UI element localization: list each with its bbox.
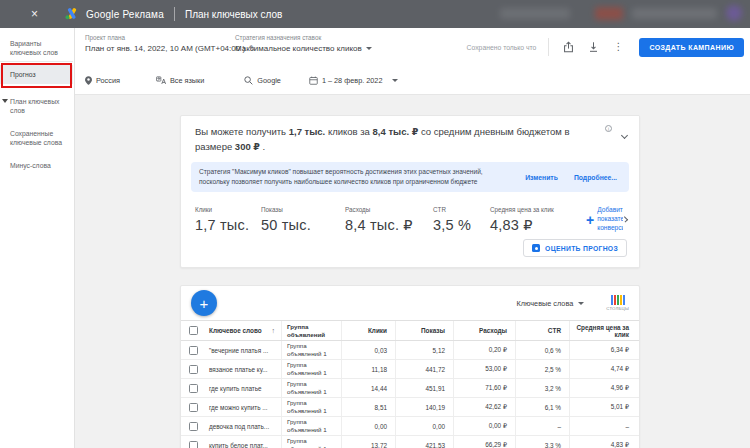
sort-ascending-icon[interactable]: ↑ [272, 327, 276, 334]
cell-cost: 66,29 ₽ [453, 436, 515, 448]
columns-button[interactable]: СТОЛБЦЫ [606, 295, 629, 311]
add-conversion-metrics-button[interactable]: + Добавить показатели конверсий [586, 206, 627, 233]
cell-keyword: девочка под плать... [207, 417, 281, 435]
blurred-avatar [726, 5, 742, 21]
cell-ctr: 0,6 % [515, 341, 569, 359]
headline-part: Вы можете получить [195, 126, 289, 137]
metric-value: 1,7 тыс. [195, 217, 261, 233]
brand-name: Google Реклама [86, 9, 164, 20]
sidebar-item-keyword-ideas[interactable]: Варианты ключевых слов [0, 34, 73, 62]
translate-icon [156, 76, 166, 85]
table-body: "вечерние платья ... Группа объявлений 1… [181, 341, 639, 448]
cell-cost: 0,00 ₽ [453, 417, 515, 435]
metric-label: Клики [195, 206, 261, 213]
sidebar-item-keyword-plan[interactable]: План ключевых слов [0, 92, 73, 120]
header-keyword: Ключевое слово [209, 327, 262, 334]
cell-keyword: "вечерние платья ... [207, 341, 281, 359]
cell-clicks: 14,44 [341, 379, 395, 397]
view-selector-label: Ключевые слова [516, 299, 573, 308]
plan-project: Проект плана План от янв. 14, 2022, 10 A… [85, 34, 256, 53]
edit-strategy-link[interactable]: Изменить [525, 174, 558, 181]
forecast-metric: Расходы 8,4 тыс. ₽ [345, 206, 433, 233]
table-row[interactable]: где можно купить ... Группа объявлений 1… [181, 398, 639, 417]
learn-more-link[interactable]: Подробнее... [574, 174, 617, 181]
cell-clicks: 0,00 [341, 417, 395, 435]
header-impressions: Показы [395, 321, 453, 340]
cell-avg-cpc: 4,96 ₽ [569, 379, 639, 397]
toolbar-right-divider [548, 38, 549, 56]
table-row[interactable]: вязаное платье ку... Группа объявлений 1… [181, 360, 639, 379]
table-row[interactable]: где купить платье Группа объявлений 1 14… [181, 379, 639, 398]
cell-impressions: 451,91 [395, 379, 453, 397]
bid-strategy-label: Стратегия назначения ставок [235, 34, 372, 41]
cell-impressions: 0,00 [395, 417, 453, 435]
date-range-label: 1 – 28 февр. 2022 [322, 76, 383, 85]
columns-icon [611, 295, 625, 305]
network-filter[interactable]: Google [244, 76, 281, 85]
collapse-card-icon[interactable] [621, 132, 628, 139]
cell-cost: 53,00 ₽ [453, 360, 515, 378]
add-keywords-fab[interactable]: + [191, 290, 217, 316]
score-icon [532, 244, 540, 252]
download-icon[interactable] [588, 41, 599, 53]
row-checkbox[interactable] [189, 403, 198, 412]
table-row[interactable]: купить белое плат... Группа объявлений 1… [181, 436, 639, 448]
forecast-metric: Клики 1,7 тыс. [195, 206, 261, 233]
close-icon[interactable]: × [31, 8, 38, 20]
google-ads-keyword-plan-window: × Google Реклама План ключевых слов Вари… [0, 0, 750, 448]
chevron-down-icon [578, 302, 584, 305]
cell-ad-group: Группа объявлений 1 [281, 436, 341, 448]
cell-ad-group: Группа объявлений 1 [281, 360, 341, 378]
forecast-card: Вы можете получить 1,7 тыс. кликов за 8,… [180, 115, 640, 268]
score-forecast-button[interactable]: ОЦЕНИТЬ ПРОГНОЗ [523, 239, 627, 257]
plan-toolbar: Проект плана План от янв. 14, 2022, 10 A… [75, 28, 750, 66]
header-ctr: CTR [515, 321, 569, 340]
metric-label: Средняя цена за клик [490, 206, 586, 213]
create-campaign-button[interactable]: СОЗДАТЬ КАМПАНИЮ [639, 38, 744, 57]
sidebar: Варианты ключевых слов Прогноз План ключ… [0, 28, 75, 448]
cell-ctr: 2,5 % [515, 360, 569, 378]
calendar-icon [309, 76, 318, 85]
select-all-checkbox[interactable] [189, 326, 198, 335]
cell-cost: 0,20 ₽ [453, 341, 515, 359]
chevron-down-icon [366, 47, 372, 50]
cell-clicks: 13,72 [341, 436, 395, 448]
row-checkbox[interactable] [189, 441, 198, 448]
row-checkbox[interactable] [189, 422, 198, 431]
table-row[interactable]: девочка под плать... Группа объявлений 1… [181, 417, 639, 436]
location-filter[interactable]: Россия [85, 76, 120, 85]
view-selector[interactable]: Ключевые слова [516, 299, 584, 308]
filter-bar: Россия Все языки Google [75, 66, 750, 95]
blurred-notification [595, 7, 623, 20]
content-area: Вы можете получить 1,7 тыс. кликов за 8,… [75, 95, 750, 448]
info-icon[interactable]: i [605, 125, 612, 132]
table-row[interactable]: "вечерние платья ... Группа объявлений 1… [181, 341, 639, 360]
header-cost: Расходы [453, 321, 515, 340]
strategy-note: Стратегия "Максимум кликов" повышает вер… [199, 167, 501, 187]
row-checkbox[interactable] [189, 346, 198, 355]
row-checkbox[interactable] [189, 365, 198, 374]
sidebar-item-forecast[interactable]: Прогноз [0, 65, 73, 84]
cell-ctr: 6,1 % [515, 398, 569, 416]
sidebar-item-saved-keywords[interactable]: Сохраненные ключевые слова [0, 124, 73, 152]
add-conversions-label: Добавить показатели конверсий [597, 206, 623, 233]
date-range-filter[interactable]: 1 – 28 февр. 2022 [309, 76, 398, 85]
metric-value: 4,83 ₽ [490, 217, 586, 233]
cell-impressions: 441,72 [395, 360, 453, 378]
plan-project-label: Проект плана [85, 34, 256, 41]
saved-status: Сохранено только что [467, 44, 537, 51]
forecast-metric: Показы 50 тыс. [261, 206, 345, 233]
forecast-metric: Средняя цена за клик 4,83 ₽ [490, 206, 586, 233]
page-title: План ключевых слов [185, 9, 282, 20]
headline-part: 8,4 тыс. ₽ [373, 126, 419, 137]
plan-project-value: План от янв. 14, 2022, 10 AM (GMT+04:00 … [85, 44, 245, 53]
share-icon[interactable] [563, 41, 574, 53]
sidebar-item-negative-keywords[interactable]: Минус-слова [0, 156, 73, 175]
metric-value: 3,5 % [433, 217, 490, 233]
metric-label: Расходы [345, 206, 433, 213]
languages-filter[interactable]: Все языки [156, 76, 204, 85]
row-checkbox[interactable] [189, 384, 198, 393]
bid-strategy-select[interactable]: Максимальное количество кликов [235, 44, 372, 53]
more-options-icon[interactable]: ⋮ [613, 42, 623, 52]
cell-ad-group: Группа объявлений 1 [281, 379, 341, 397]
